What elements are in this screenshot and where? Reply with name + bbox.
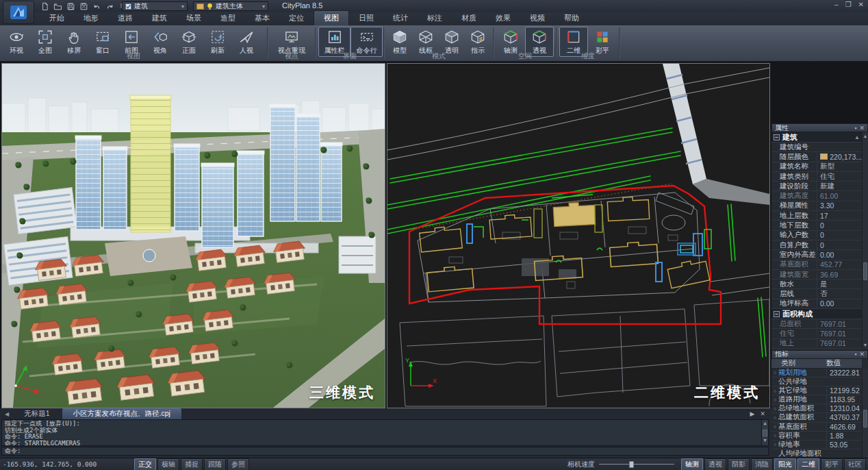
display-toggle-button[interactable]: 轴测 xyxy=(681,458,703,470)
menu-tab[interactable]: 视频 xyxy=(520,11,554,25)
command-history[interactable]: 指定下一点或 [放弃(U)]:切割生成2个新实体命令: ERASE命令: STA… xyxy=(1,419,769,446)
drafting-toggle-button[interactable]: 正交 xyxy=(134,458,156,470)
undo-button[interactable] xyxy=(92,1,102,11)
menu-tab[interactable]: 帮助 xyxy=(554,11,589,25)
close-button[interactable]: ✕ xyxy=(858,1,864,8)
property-row[interactable]: 建设阶段 新建 xyxy=(771,182,862,191)
menu-tab[interactable]: 视图 xyxy=(314,10,349,25)
scroll-down-icon[interactable]: ▼ xyxy=(762,438,768,445)
section-building[interactable]: − 建筑 ▲ xyxy=(771,132,862,143)
collapse-icon[interactable]: − xyxy=(774,311,780,317)
property-row[interactable]: 地坪标高 0.00 xyxy=(771,299,862,309)
menu-tab[interactable]: 效果 xyxy=(486,11,520,25)
indicator-row[interactable]: ○ 总建筑面积 43760.37 xyxy=(771,413,862,422)
property-row[interactable]: 住宅 7697.01 xyxy=(771,329,862,338)
indicator-row[interactable]: ○ 总绿地面积 12310.04 xyxy=(771,404,862,413)
indicator-row[interactable]: 人均绿地面积 xyxy=(771,449,862,458)
indicator-row[interactable]: ○ 道路用地 1183.95 xyxy=(771,395,862,404)
save-button[interactable] xyxy=(66,1,76,11)
drafting-toggle-button[interactable]: 捕捉 xyxy=(181,458,203,470)
indicator-row[interactable]: ○ 其它绿地 12199.52 xyxy=(771,386,862,395)
menu-tab[interactable]: 场景 xyxy=(177,11,211,25)
menu-tab[interactable]: 开始 xyxy=(40,11,74,25)
menu-tab[interactable]: 统计 xyxy=(383,11,418,25)
scrollbar-thumb[interactable] xyxy=(863,410,867,428)
display-toggle-button[interactable]: 消隐 xyxy=(751,458,773,470)
drafting-toggle-button[interactable]: 参照 xyxy=(227,458,249,470)
menu-tab[interactable]: 造型 xyxy=(211,11,245,25)
menu-tab[interactable]: 定位 xyxy=(279,11,314,25)
property-row[interactable]: 建筑名称 新型 xyxy=(771,162,862,172)
new-file-button[interactable] xyxy=(40,1,50,11)
display-toggle-button[interactable]: 二维 xyxy=(797,458,819,470)
pin-icon[interactable]: ▪ xyxy=(854,351,856,358)
display-toggle-button[interactable]: 社区 xyxy=(844,458,866,470)
scroll-down-icon[interactable]: ▼ xyxy=(863,343,868,347)
close-panel-icon[interactable]: ✕ xyxy=(859,125,865,132)
property-row[interactable]: 地上 7697.01 xyxy=(771,339,862,349)
section-area-composition[interactable]: − 面积构成 xyxy=(771,309,862,319)
property-row[interactable]: 地上层数 17 xyxy=(771,211,862,221)
property-row[interactable]: 输入户数 0 xyxy=(771,231,862,240)
layer-dropdown[interactable]: 建筑 ▾ xyxy=(122,1,188,11)
save-as-button[interactable] xyxy=(79,1,89,11)
menu-tab[interactable]: 日照 xyxy=(349,11,383,25)
property-row[interactable]: 室内外高差 0.00 xyxy=(771,250,862,260)
2d-viewport[interactable]: Y X 二维模式 xyxy=(387,63,770,408)
tab-scroll-right-icon[interactable]: ▶ xyxy=(750,410,755,417)
property-row[interactable]: 建筑高度 61.00 xyxy=(771,191,862,201)
properties-scrollbar[interactable]: ▲ ▼ xyxy=(862,132,868,349)
scrollbar-thumb[interactable] xyxy=(863,262,867,280)
object-dropdown[interactable]: 建筑主体 ▾ xyxy=(193,1,268,11)
display-toggle-button[interactable]: 彩平 xyxy=(821,458,843,470)
pin-icon[interactable]: ▪ xyxy=(854,125,856,132)
menu-tab[interactable]: 材质 xyxy=(452,11,486,25)
drafting-toggle-button[interactable]: 跟随 xyxy=(204,458,226,470)
property-row[interactable]: 随层颜色 220,173... xyxy=(771,152,862,162)
property-row[interactable]: 总面积 7697.01 xyxy=(771,319,862,329)
maximize-button[interactable]: ❐ xyxy=(845,1,852,8)
open-file-button[interactable] xyxy=(53,1,63,11)
property-row[interactable]: 建筑面宽 36.69 xyxy=(771,270,862,280)
tab-close-icon[interactable]: ✕ xyxy=(760,410,765,417)
display-toggle-button[interactable]: 阴影 xyxy=(728,458,750,470)
drafting-toggle-button[interactable]: 极轴 xyxy=(157,458,179,470)
redo-button[interactable] xyxy=(105,1,115,11)
indicators-scrollbar[interactable]: ▼ xyxy=(862,369,868,470)
menu-tab[interactable]: 建筑 xyxy=(142,11,177,25)
menu-tab[interactable]: 地形 xyxy=(74,11,108,25)
property-row[interactable]: 建筑类别 住宅 xyxy=(771,172,862,182)
menu-tab[interactable]: 基本 xyxy=(245,11,279,25)
menu-tab[interactable]: 标注 xyxy=(418,11,452,25)
scroll-up-icon[interactable]: ▲ xyxy=(863,134,868,138)
3d-viewport[interactable]: 三维模式 xyxy=(1,63,385,408)
tab-scroll-left-icon[interactable]: ◀ xyxy=(2,411,12,417)
document-tab[interactable]: 小区方案发布存视点、路径.cpj xyxy=(62,408,181,419)
menu-tab[interactable]: 道路 xyxy=(108,11,142,25)
property-row[interactable]: 梯屋属性 3.30 xyxy=(771,201,862,211)
collapse-icon[interactable]: − xyxy=(774,134,780,140)
indicator-row[interactable]: 公共绿地 xyxy=(771,378,862,386)
close-panel-icon[interactable]: ✕ xyxy=(859,351,865,358)
display-toggle-button[interactable]: 透视 xyxy=(704,458,726,470)
indicator-row[interactable]: ○ 容积率 1.88 xyxy=(771,432,862,441)
indicator-row[interactable]: ○ 规划用地 23222.81 xyxy=(771,369,862,378)
display-toggle-button[interactable]: 阳光 xyxy=(774,458,796,470)
property-row[interactable]: 建筑编号 xyxy=(771,143,862,152)
property-row[interactable]: 地下层数 0 xyxy=(771,221,862,230)
indicator-row[interactable]: ○ 基底面积 4626.69 xyxy=(771,423,862,432)
scrollbar-thumb[interactable] xyxy=(763,430,767,436)
document-tab[interactable]: 无标题1 xyxy=(13,408,60,419)
slider-knob[interactable] xyxy=(629,461,634,468)
scroll-up-icon[interactable]: ▲ xyxy=(762,420,768,428)
app-logo[interactable] xyxy=(3,1,34,24)
command-input[interactable]: 命令: xyxy=(1,447,769,456)
property-row[interactable]: 层线 否 xyxy=(771,289,862,299)
scroll-up-icon[interactable]: ▲ xyxy=(854,134,860,140)
property-row[interactable]: 散水 是 xyxy=(771,280,862,289)
minimize-button[interactable]: – xyxy=(834,1,839,8)
indicator-row[interactable]: ○ 绿地率 53.05 xyxy=(771,441,862,449)
command-scrollbar[interactable]: ▲ ▼ xyxy=(761,420,768,445)
camera-speed-slider[interactable] xyxy=(599,461,674,468)
property-row[interactable]: 自算户数 0 xyxy=(771,240,862,250)
